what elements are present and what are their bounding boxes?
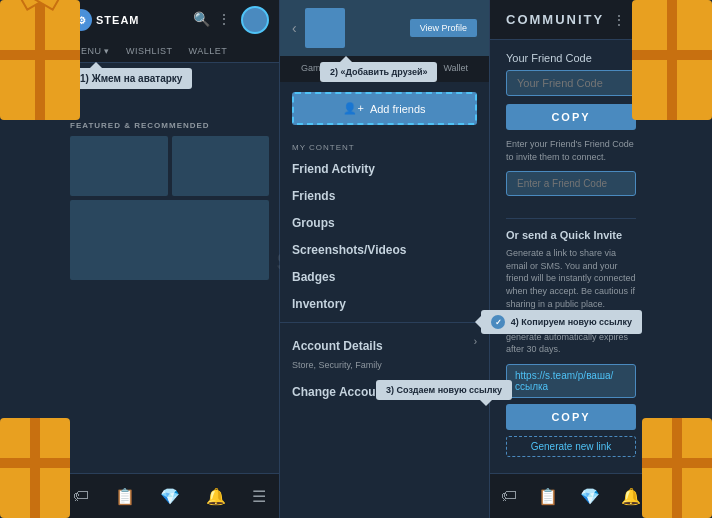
bottom-list-icon[interactable]: 📋 (115, 487, 135, 506)
bottom-nav-right: 🏷 📋 💎 🔔 (490, 473, 652, 518)
community-title: COMMUNITY (506, 12, 604, 27)
featured-label: FEATURED & RECOMMENDED (70, 121, 269, 130)
community-header: COMMUNITY ⋮ (490, 0, 652, 40)
add-friends-button[interactable]: 👤+ Add friends (292, 92, 477, 125)
tooltip-avatar: 1) Жмем на аватарку (70, 68, 192, 89)
avatar[interactable] (241, 6, 269, 34)
gift-box-left (0, 0, 80, 120)
right-bottom-list-icon[interactable]: 📋 (538, 487, 558, 506)
quick-invite-desc: Generate a link to share via email or SM… (506, 247, 636, 310)
add-friends-icon: 👤+ (343, 102, 363, 115)
chevron-right-icon: › (474, 336, 477, 347)
left-panel: ⚙ STEAM 🔍 ⋮ MENU ▾ WISHLIST WALLET 1) Жм… (60, 0, 280, 518)
nav-tabs: MENU ▾ WISHLIST WALLET (60, 40, 279, 63)
featured-section: FEATURED & RECOMMENDED (60, 113, 279, 288)
copy-friend-code-button[interactable]: COPY (506, 104, 636, 130)
divider (506, 218, 636, 219)
tooltip-add-friends: 2) «Добавить друзей» (320, 62, 437, 82)
featured-item[interactable] (172, 136, 270, 196)
invite-link-display: https://s.team/p/ваша/ссылка (506, 364, 636, 398)
menu-item-screenshots[interactable]: Screenshots/Videos (292, 237, 477, 264)
main-container: ⚙ STEAM 🔍 ⋮ MENU ▾ WISHLIST WALLET 1) Жм… (60, 0, 652, 518)
friend-code-label: Your Friend Code (506, 52, 636, 64)
bottom-nav-left: 🏷 📋 💎 🔔 ☰ (60, 473, 279, 518)
gift-box-right (632, 0, 712, 120)
back-arrow-icon[interactable]: ‹ (292, 20, 297, 36)
invite-description: Enter your Friend's Friend Code to invit… (506, 138, 636, 163)
dropdown-header: ‹ View Profile (280, 0, 489, 56)
account-details-item[interactable]: Account Details › Store, Security, Famil… (292, 331, 477, 377)
steam-logo-text: STEAM (96, 14, 140, 26)
copy-link-button[interactable]: COPY (506, 404, 636, 430)
right-bottom-bell-icon[interactable]: 🔔 (621, 487, 641, 506)
friend-code-section: Your Friend Code COPY Enter your Friend'… (490, 40, 652, 208)
bottom-gem-icon[interactable]: 💎 (160, 487, 180, 506)
my-content-label: MY CONTENT (292, 143, 477, 152)
bottom-bell-icon[interactable]: 🔔 (206, 487, 226, 506)
search-icon[interactable]: 🔍 (193, 11, 211, 29)
gift-bow-left (20, 0, 60, 15)
tab-wallet[interactable]: Wallet (433, 56, 478, 82)
tab-wishlist[interactable]: WISHLIST (118, 40, 181, 62)
featured-grid (70, 136, 269, 280)
steam-logo: ⚙ STEAM (70, 9, 140, 31)
gift-box-bottom-left (0, 418, 70, 518)
menu-item-friend-activity[interactable]: Friend Activity (292, 156, 477, 183)
gift-box-bottom-right (642, 418, 712, 518)
check-icon: ✓ (491, 315, 505, 329)
menu-item-groups[interactable]: Groups (292, 210, 477, 237)
bottom-menu-icon[interactable]: ☰ (252, 487, 266, 506)
right-bottom-tag-icon[interactable]: 🏷 (501, 487, 517, 505)
community-menu-icon[interactable]: ⋮ (612, 12, 626, 28)
menu-item-badges[interactable]: Badges (292, 264, 477, 291)
menu-icon[interactable]: ⋮ (217, 11, 235, 29)
menu-item-inventory[interactable]: Inventory (292, 291, 477, 318)
tab-wallet[interactable]: WALLET (181, 40, 236, 62)
quick-invite-section: Or send a Quick Invite Generate a link t… (490, 229, 652, 457)
tooltip-copy-link: ✓ 4) Копируем новую ссылку (481, 310, 642, 334)
featured-item-wide[interactable] (70, 200, 269, 280)
generate-new-link-button[interactable]: Generate new link (506, 436, 636, 457)
menu-item-friends[interactable]: Friends (292, 183, 477, 210)
user-avatar-large (305, 8, 345, 48)
view-profile-button[interactable]: View Profile (410, 19, 477, 37)
bottom-tag-icon[interactable]: 🏷 (73, 487, 89, 505)
featured-item[interactable] (70, 136, 168, 196)
right-bottom-gem-icon[interactable]: 💎 (580, 487, 600, 506)
tooltip-create-link: 3) Создаем новую ссылку (376, 380, 512, 400)
right-panel: COMMUNITY ⋮ Your Friend Code COPY Enter … (490, 0, 652, 518)
quick-invite-title: Or send a Quick Invite (506, 229, 636, 241)
dropdown-overlay: ‹ View Profile 2) «Добавить друзей» Game… (280, 0, 489, 413)
enter-friend-code-input[interactable] (506, 171, 636, 196)
steam-header: ⚙ STEAM 🔍 ⋮ (60, 0, 279, 40)
friend-code-input[interactable] (506, 70, 636, 96)
my-content-section: MY CONTENT Friend Activity Friends Group… (280, 135, 489, 322)
middle-panel: ‹ View Profile 2) «Добавить друзей» Game… (280, 0, 490, 518)
